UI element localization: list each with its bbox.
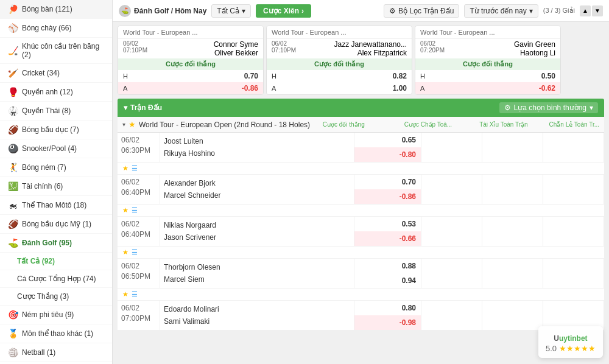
- bo-loc-button[interactable]: ⚙ Bộ Lọc Trận Đấu: [384, 4, 459, 18]
- match-date: 06/02: [121, 261, 156, 271]
- sidebar-label: Khúc côn cầu trên băng (2): [22, 42, 105, 59]
- match-datetime: 06/02 06:40PM: [118, 217, 160, 246]
- sidebar-label: Ném phi tiêu (9): [22, 310, 105, 319]
- card-section: Cược đối thắng: [267, 58, 412, 70]
- a-odds-button[interactable]: -0.86: [354, 189, 421, 204]
- empty-odds-3: [482, 133, 543, 162]
- sidebar-item-netball[interactable]: 🏐 Netball (1): [0, 343, 112, 362]
- card-date: 06/02: [123, 40, 147, 47]
- sidebar-item-tat-ca[interactable]: Tất Cả (92): [0, 253, 112, 270]
- favorite-icon[interactable]: ★: [122, 164, 128, 172]
- page-info: (3 / 3) Giải: [543, 7, 575, 15]
- match-group: 06/02 07:00PM Edoardo Molinari Sami Vali…: [118, 301, 604, 331]
- sidebar-item-cricket[interactable]: 🏏 Cricket (34): [0, 64, 112, 83]
- empty-odds-3: [482, 175, 543, 204]
- tournament-col2: Cược Chấp Toà...: [404, 121, 452, 128]
- tat-ca-filter[interactable]: Tất Cả ▾: [211, 4, 251, 18]
- h-odds-button[interactable]: 0.65: [354, 133, 421, 147]
- chevron-down-icon[interactable]: ▾: [124, 103, 127, 112]
- sidebar-item-mon-the-thao-khac[interactable]: 🏅 Môn thể thao khác (1): [0, 324, 112, 343]
- stats-icon[interactable]: ☰: [132, 206, 138, 214]
- sidebar-label: Môn thể thao khác (1): [22, 329, 105, 338]
- sidebar-item-bong-nem[interactable]: 🤾 Bóng ném (7): [0, 158, 112, 177]
- favorite-icon[interactable]: ★: [122, 206, 128, 214]
- sidebar-label: Bóng bầu dục (7): [22, 125, 105, 134]
- sidebar-item-bong-bau-duc[interactable]: 🏈 Bóng bầu dục (7): [0, 121, 112, 139]
- watermark: Uuytinbet 5.0 ★★★★★: [538, 326, 603, 358]
- card-player1: Connor Syme: [214, 40, 258, 49]
- card-a-label: A: [272, 85, 276, 92]
- sidebar-item-quyen-thai[interactable]: 🥋 Quyền Thái (8): [0, 102, 112, 121]
- nav-down-icon[interactable]: ▼: [592, 5, 603, 16]
- time-filter-button[interactable]: Từ trước đến nay ▾: [464, 4, 538, 18]
- card-a-label: A: [420, 85, 424, 92]
- sidebar-item-bong-chay[interactable]: ⚾ Bóng chày (66): [0, 19, 112, 38]
- sidebar-item-quyen-anh[interactable]: 🥊 Quyền anh (12): [0, 83, 112, 102]
- card-a-row[interactable]: A 1.00: [267, 82, 412, 94]
- settings-dropdown[interactable]: ⚙ Lựa chọn bình thường ▾: [499, 102, 598, 113]
- empty-odds-3: [482, 259, 543, 288]
- watermark-score: 5.0: [546, 344, 557, 353]
- h-odds-button[interactable]: 0.53: [354, 217, 421, 231]
- match-teams: Thorbjorn Olesen Marcel Siem: [160, 259, 354, 288]
- a-odds-button[interactable]: -0.80: [354, 147, 421, 162]
- card-h-row[interactable]: H 0.50: [415, 70, 560, 82]
- card-h-row[interactable]: H 0.82: [267, 70, 412, 82]
- stats-icon[interactable]: ☰: [132, 290, 138, 298]
- empty-odds-3: [482, 217, 543, 246]
- a-odds-button[interactable]: 0.94: [354, 273, 421, 288]
- card-h-row[interactable]: H 0.70: [118, 70, 263, 82]
- sidebar-label: Quyền anh (12): [22, 88, 105, 96]
- sidebar-item-bong-bau-duc-my[interactable]: 🏈 Bóng bầu dục Mỹ (1): [0, 215, 112, 234]
- sport-title-text: Đánh Golf / Hôm Nay: [134, 7, 206, 15]
- bo-loc-label: Bộ Lọc Trận Đấu: [398, 7, 454, 15]
- sidebar-label: Cricket (34): [22, 69, 105, 77]
- match-actions-row: ★ ☰: [118, 205, 604, 217]
- card-a-row[interactable]: A -0.62: [415, 82, 560, 94]
- team2-name: Jason Scrivener: [164, 231, 350, 243]
- bong-ban-icon: 🏓: [7, 4, 18, 14]
- match-group: 06/02 06:40PM Alexander Bjork Marcel Sch…: [118, 175, 604, 217]
- bong-bau-duc-icon: 🏈: [7, 125, 18, 135]
- sidebar-item-bong-ban[interactable]: 🏓 Bóng bàn (121): [0, 0, 112, 19]
- chevron-down-icon[interactable]: ▾: [122, 121, 125, 128]
- nav-up-icon[interactable]: ▲: [580, 5, 591, 16]
- odds-cell: 0.80 -0.98: [354, 301, 421, 330]
- card-h-label: H: [420, 72, 425, 80]
- sidebar-item-cuoc-thang[interactable]: Cược Thắng (3): [0, 288, 112, 306]
- sidebar-item-khuc-con-cau[interactable]: 🏒 Khúc côn cầu trên băng (2): [0, 38, 112, 64]
- match-teams: Edoardo Molinari Sami Valimaki: [160, 301, 354, 330]
- match-card: World Tour - European ... 06/02 07:20PM …: [415, 26, 561, 95]
- bong-nem-icon: 🤾: [7, 163, 18, 172]
- card-date: 06/02: [272, 40, 296, 47]
- h-odds-button[interactable]: 0.88: [354, 259, 421, 273]
- sidebar: 🏓 Bóng bàn (121) ⚾ Bóng chày (66) 🏒 Khúc…: [0, 0, 113, 364]
- watermark-brand: Uuytinbet: [554, 331, 587, 344]
- team1-name: Thorbjorn Olesen: [164, 261, 350, 273]
- khuc-con-cau-icon: 🏒: [7, 46, 18, 55]
- star-icon[interactable]: ★: [128, 120, 136, 129]
- sidebar-item-the-thao-moto[interactable]: 🏍 Thể Thao Môtô (18): [0, 196, 112, 215]
- sidebar-item-nem-phi-tieu[interactable]: 🎯 Ném phi tiêu (9): [0, 306, 112, 324]
- table-row: 06/02 07:00PM Edoardo Molinari Sami Vali…: [118, 301, 604, 331]
- card-h-odds: 0.50: [541, 72, 555, 80]
- card-a-row[interactable]: A -0.86: [118, 82, 263, 94]
- tournament-col4: Chẵn Lẻ Toàn Tr...: [549, 121, 599, 128]
- a-odds-button[interactable]: -0.66: [354, 231, 421, 246]
- a-odds-button[interactable]: -0.98: [354, 315, 421, 330]
- card-time: 07:10PM: [123, 47, 147, 54]
- favorite-icon[interactable]: ★: [122, 248, 128, 256]
- sidebar-item-danh-golf[interactable]: ⛳ Đánh Golf (95): [0, 234, 112, 253]
- stats-icon[interactable]: ☰: [132, 248, 138, 256]
- sidebar-item-tai-chinh[interactable]: 💹 Tài chính (6): [0, 177, 112, 196]
- favorite-icon[interactable]: ★: [122, 290, 128, 298]
- stats-icon[interactable]: ☰: [132, 164, 138, 172]
- cuoc-xien-button[interactable]: Cược Xiên ›: [256, 4, 311, 18]
- h-odds-button[interactable]: 0.70: [354, 175, 421, 189]
- sidebar-item-ca-cuoc-tong-hop[interactable]: Cá Cược Tổng Hợp (74): [0, 270, 112, 288]
- sidebar-label: Đánh Golf (95): [22, 239, 105, 247]
- sidebar-item-snooker[interactable]: 🎱 Snooker/Pool (4): [0, 139, 112, 158]
- h-odds-button[interactable]: 0.80: [354, 301, 421, 315]
- sidebar-label: Thể Thao Môtô (18): [22, 201, 105, 209]
- match-group: 06/02 06:40PM Niklas Norgaard Jason Scri…: [118, 217, 604, 259]
